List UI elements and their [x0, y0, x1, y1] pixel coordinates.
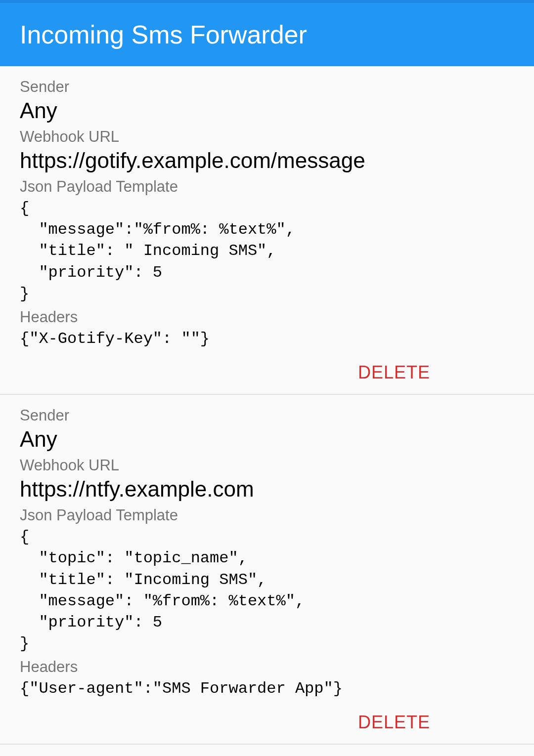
- sender-value[interactable]: Any: [20, 97, 514, 124]
- action-row: DELETE: [20, 709, 514, 736]
- sender-label: Sender: [20, 407, 514, 424]
- headers-value[interactable]: {"X-Gotify-Key": ""}: [20, 328, 514, 349]
- json-payload-value[interactable]: { "topic": "topic_name", "title": "Incom…: [20, 526, 514, 654]
- json-payload-label: Json Payload Template: [20, 506, 514, 524]
- json-payload-label: Json Payload Template: [20, 178, 514, 196]
- sender-value[interactable]: Any: [20, 425, 514, 453]
- app-bar: Incoming Sms Forwarder: [0, 0, 534, 66]
- headers-label: Headers: [20, 308, 514, 326]
- webhook-url-value[interactable]: https://ntfy.example.com: [20, 475, 514, 503]
- forwarder-entry: Sender Any Webhook URL https://ntfy.exam…: [0, 395, 534, 745]
- delete-button[interactable]: DELETE: [353, 709, 435, 736]
- app-title: Incoming Sms Forwarder: [20, 20, 307, 49]
- action-row: DELETE: [20, 359, 514, 386]
- headers-label: Headers: [20, 658, 514, 676]
- json-payload-value[interactable]: { "message":"%from%: %text%", "title": "…: [20, 198, 514, 304]
- webhook-url-label: Webhook URL: [20, 128, 514, 146]
- forwarder-entry: Sender Any Webhook URL https://gotify.ex…: [0, 66, 534, 395]
- delete-button[interactable]: DELETE: [353, 359, 435, 386]
- webhook-url-value[interactable]: https://gotify.example.com/message: [20, 147, 514, 174]
- sender-label: Sender: [20, 78, 514, 96]
- webhook-url-label: Webhook URL: [20, 457, 514, 474]
- headers-value[interactable]: {"User-agent":"SMS Forwarder App"}: [20, 678, 514, 699]
